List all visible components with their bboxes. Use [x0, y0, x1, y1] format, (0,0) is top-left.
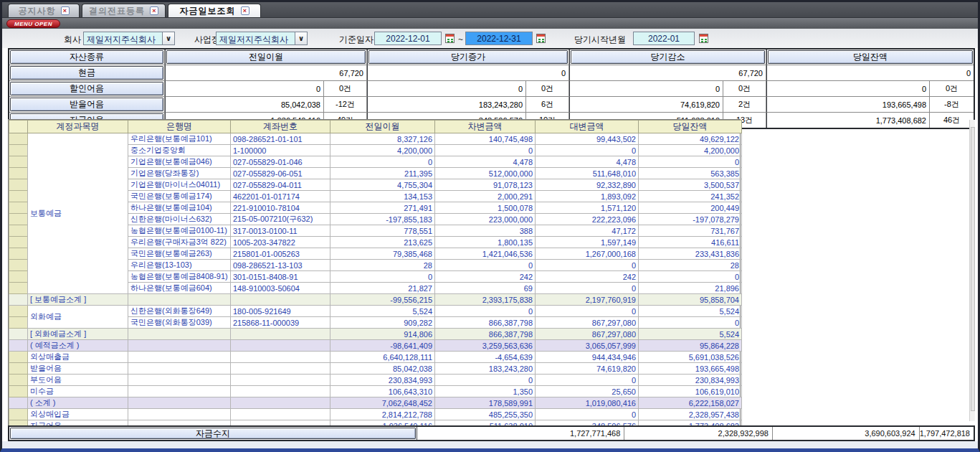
- summary-amount-cell[interactable]: 0: [766, 65, 974, 81]
- bank-name-cell[interactable]: 우리은행(보통예금101): [128, 133, 231, 145]
- row-indicator-cell[interactable]: [9, 248, 28, 260]
- amount-cell[interactable]: 223,000,000: [435, 214, 536, 225]
- amount-cell[interactable]: 28: [330, 260, 435, 271]
- amount-cell[interactable]: 1,571,120: [536, 202, 639, 214]
- amount-cell[interactable]: 6,640,128,111: [330, 352, 435, 363]
- bank-name-cell[interactable]: 하나은행(보통예금604): [128, 283, 231, 294]
- amount-cell[interactable]: 99,443,502: [536, 133, 639, 145]
- account-number-cell[interactable]: 148-910003-50604: [231, 283, 330, 294]
- amount-cell[interactable]: 0: [435, 375, 536, 386]
- bank-name-cell[interactable]: 기업은행(보통예금046): [128, 156, 231, 168]
- account-number-cell[interactable]: 317-0013-0100-11: [231, 225, 330, 237]
- row-indicator-cell[interactable]: [9, 306, 28, 317]
- amount-cell[interactable]: 866,387,798: [435, 317, 536, 329]
- bank-name-cell[interactable]: 국민은행(보통예금174): [128, 191, 231, 202]
- account-label-cell[interactable]: 미수금: [28, 386, 128, 397]
- row-indicator-cell[interactable]: [9, 283, 28, 294]
- bank-name-cell[interactable]: 우리은행(13-103): [128, 260, 231, 271]
- amount-cell[interactable]: 388: [435, 225, 536, 237]
- amount-cell[interactable]: 242: [435, 271, 536, 283]
- amount-cell[interactable]: 2,814,212,788: [330, 409, 435, 420]
- amount-cell[interactable]: 0: [435, 306, 536, 317]
- amount-cell[interactable]: 1,350: [435, 386, 536, 397]
- summary-count-cell[interactable]: -12건: [324, 97, 367, 113]
- bank-name-cell[interactable]: 국민은행(보통예금263): [128, 248, 231, 260]
- account-number-cell[interactable]: [231, 294, 330, 306]
- amount-cell[interactable]: 416,611: [639, 237, 742, 248]
- funds-balance-value[interactable]: 3,690,603,924: [773, 427, 920, 440]
- amount-cell[interactable]: 106,643,310: [330, 386, 435, 397]
- amount-cell[interactable]: 1,267,000,168: [536, 248, 639, 260]
- row-indicator-cell[interactable]: [9, 168, 28, 179]
- bank-name-cell[interactable]: 우리은행(구매자금3억 822): [128, 237, 231, 248]
- row-indicator-cell[interactable]: [9, 317, 28, 329]
- amount-cell[interactable]: 2,328,957,438: [639, 409, 742, 420]
- row-indicator-cell[interactable]: [9, 409, 28, 420]
- bank-name-cell[interactable]: 중소기업중앙회: [128, 145, 231, 156]
- bank-name-cell[interactable]: [128, 340, 231, 352]
- amount-cell[interactable]: -197,855,183: [330, 214, 435, 225]
- amount-cell[interactable]: 95,864,228: [639, 340, 742, 352]
- amount-cell[interactable]: 193,665,498: [639, 363, 742, 375]
- amount-cell[interactable]: 4,478: [435, 156, 536, 168]
- row-indicator-cell[interactable]: [9, 237, 28, 248]
- account-number-cell[interactable]: 027-055829-04-011: [231, 179, 330, 191]
- amount-cell[interactable]: 25,650: [536, 386, 639, 397]
- date-to-input[interactable]: 2022-12-31: [465, 32, 533, 45]
- summary-amount-cell[interactable]: 193,665,498: [766, 97, 930, 113]
- account-group-cell[interactable]: 보통예금: [28, 133, 128, 294]
- amount-cell[interactable]: 222,223,096: [536, 214, 639, 225]
- bank-name-cell[interactable]: 신한은행(마이너스632): [128, 214, 231, 225]
- summary-amount-cell[interactable]: 183,243,280: [367, 97, 526, 113]
- account-number-cell[interactable]: 027-055829-01-046: [231, 156, 330, 168]
- bank-name-cell[interactable]: [128, 409, 231, 420]
- amount-cell[interactable]: 778,551: [330, 225, 435, 237]
- amount-cell[interactable]: 233,431,836: [639, 248, 742, 260]
- bank-name-cell[interactable]: 신한은행(외화통장649): [128, 306, 231, 317]
- date-from-input[interactable]: 2022-12-01: [374, 32, 442, 45]
- chevron-down-icon[interactable]: ∨: [162, 32, 174, 44]
- amount-cell[interactable]: 563,385: [639, 168, 742, 179]
- account-number-cell[interactable]: 215801-01-005263: [231, 248, 330, 260]
- amount-cell[interactable]: 91,078,123: [435, 179, 536, 191]
- row-indicator-cell[interactable]: [9, 352, 28, 363]
- amount-cell[interactable]: 74,619,820: [536, 363, 639, 375]
- amount-cell[interactable]: 0: [536, 306, 639, 317]
- amount-cell[interactable]: 0: [435, 260, 536, 271]
- amount-cell[interactable]: 0: [639, 156, 742, 168]
- amount-cell[interactable]: 230,834,993: [639, 375, 742, 386]
- amount-cell[interactable]: 1,500,078: [435, 202, 536, 214]
- account-label-cell[interactable]: 외상매출금: [28, 352, 128, 363]
- amount-cell[interactable]: 0: [639, 317, 742, 329]
- vertical-scrollbar[interactable]: [969, 120, 975, 421]
- summary-amount-cell[interactable]: 85,042,038: [165, 97, 324, 113]
- row-indicator-cell[interactable]: [9, 202, 28, 214]
- account-number-cell[interactable]: [231, 329, 330, 340]
- amount-cell[interactable]: 0: [536, 409, 639, 420]
- calendar-icon[interactable]: [699, 34, 708, 43]
- summary-amount-cell[interactable]: 0: [165, 81, 324, 97]
- amount-cell[interactable]: 183,243,280: [435, 363, 536, 375]
- amount-cell[interactable]: 512,000,000: [435, 168, 536, 179]
- account-number-cell[interactable]: 215868-11-000039: [231, 317, 330, 329]
- amount-cell[interactable]: 7,062,648,452: [330, 397, 435, 409]
- row-indicator-cell[interactable]: [9, 294, 28, 306]
- amount-cell[interactable]: -197,078,279: [639, 214, 742, 225]
- amount-cell[interactable]: 4,478: [536, 156, 639, 168]
- tab-1[interactable]: 공지사항×: [8, 4, 80, 17]
- amount-cell[interactable]: 95,858,704: [639, 294, 742, 306]
- account-number-cell[interactable]: 027-055829-06-051: [231, 168, 330, 179]
- amount-cell[interactable]: 0: [536, 145, 639, 156]
- amount-cell[interactable]: 485,255,350: [435, 409, 536, 420]
- amount-cell[interactable]: -4,654,639: [435, 352, 536, 363]
- amount-cell[interactable]: 867,297,080: [536, 317, 639, 329]
- row-indicator-cell[interactable]: [9, 179, 28, 191]
- account-number-cell[interactable]: 221-910010-78104: [231, 202, 330, 214]
- summary-amount-cell[interactable]: 67,720: [569, 65, 766, 81]
- summary-count-cell[interactable]: 0건: [526, 81, 569, 97]
- row-indicator-cell[interactable]: [9, 271, 28, 283]
- row-indicator-cell[interactable]: [9, 363, 28, 375]
- account-label-cell[interactable]: [ 외화예금소계 ]: [28, 329, 128, 340]
- amount-cell[interactable]: 0: [330, 156, 435, 168]
- bank-name-cell[interactable]: 기업은행(마이너스04011): [128, 179, 231, 191]
